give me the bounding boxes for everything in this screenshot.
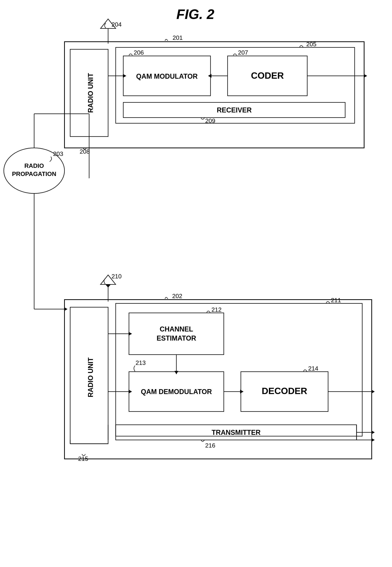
label-201: 201 <box>173 34 183 41</box>
svg-marker-19 <box>174 371 178 374</box>
label-207: 207 <box>238 49 248 56</box>
svg-marker-8 <box>364 74 367 78</box>
radio-prop-line2: PROPAGATION <box>12 170 56 177</box>
svg-marker-25 <box>129 332 132 336</box>
label-216: 216 <box>205 442 215 449</box>
receiver-label: RECEIVER <box>217 106 252 114</box>
label-211: 211 <box>331 297 341 304</box>
page-title: FIG. 2 <box>176 7 214 22</box>
channel-estimator-box <box>129 313 224 355</box>
decoder-label: DECODER <box>262 386 307 396</box>
transmitter-label: TRANSMITTER <box>212 429 261 436</box>
label-205: 205 <box>306 41 316 48</box>
svg-marker-5 <box>123 74 126 78</box>
station-201-box <box>65 42 364 148</box>
label-206: 206 <box>134 49 144 56</box>
label-202: 202 <box>172 293 182 299</box>
svg-marker-29 <box>371 390 375 393</box>
label-209: 209 <box>205 117 215 124</box>
svg-marker-21 <box>240 390 243 393</box>
radio-unit-202-label: RADIO UNIT <box>87 358 95 397</box>
label-210: 210 <box>112 273 122 280</box>
radio-prop-line1: RADIO <box>24 162 44 169</box>
radio-unit-201-label: RADIO UNIT <box>87 73 95 113</box>
svg-marker-17 <box>105 284 111 288</box>
diagram: FIG. 2 201 204 RADIO UNIT 205 QAM MODULA… <box>0 0 392 567</box>
svg-marker-3 <box>208 74 211 78</box>
svg-marker-35 <box>371 438 375 442</box>
label-213: 213 <box>136 359 146 366</box>
label-215: 215 <box>78 455 88 462</box>
channel-estimator-line2: ESTIMATOR <box>157 334 196 342</box>
qam-modulator-label: QAM MODULATOR <box>136 72 198 80</box>
label-212: 212 <box>211 306 222 313</box>
label-208: 208 <box>80 148 90 155</box>
label-203: 203 <box>53 150 63 157</box>
svg-marker-23 <box>129 390 132 393</box>
label-204: 204 <box>112 21 122 28</box>
coder-label: CODER <box>251 70 284 81</box>
label-214: 214 <box>308 365 318 372</box>
qam-demodulator-label: QAM DEMODULATOR <box>141 388 212 396</box>
svg-marker-27 <box>371 430 375 434</box>
inner-box-211 <box>116 304 362 436</box>
channel-estimator-line1: CHANNEL <box>160 325 193 333</box>
